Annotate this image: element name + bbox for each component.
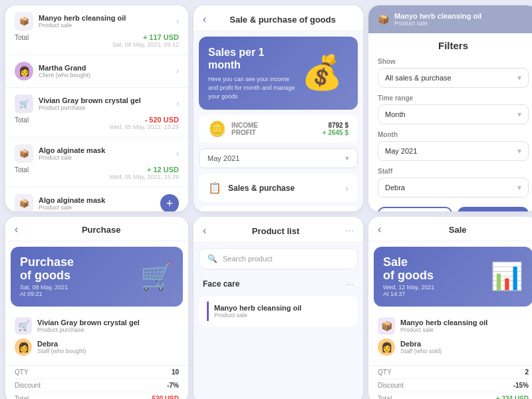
transaction-title: Manyo herb cleansing oil <box>39 14 126 22</box>
apply-button[interactable]: ✓ APPLY <box>458 207 529 211</box>
qty-label: QTY <box>15 368 29 376</box>
back-button[interactable]: ‹ <box>15 223 18 235</box>
transaction-item[interactable]: 📦 Algo alginate mask Product sale + Tota… <box>5 188 188 211</box>
product-list-menu-item[interactable]: 📦 Product list › <box>199 206 358 211</box>
transaction-item[interactable]: 📦 Manyo herb cleansing oil Product sale … <box>5 5 188 55</box>
total-label: Total <box>15 34 29 41</box>
transaction-item[interactable]: 👩 Martha Grand Client (who bought) › <box>5 55 188 88</box>
purchase-header: ‹ Purchase <box>5 217 188 241</box>
cart-icon: 🛒 <box>15 94 33 113</box>
sale-purchase-panel: ‹ Sale & purchase of goods Sales per 1 m… <box>194 5 363 211</box>
purchase-banner: Purchaseof goods Sat, 08 May, 2021At 09:… <box>11 247 183 307</box>
transaction-amount: - 520 USD <box>145 116 179 124</box>
add-transaction-button[interactable]: + <box>160 194 179 211</box>
search-input[interactable]: Search product <box>223 255 349 263</box>
cancel-button[interactable]: ✕ CANCEL <box>378 207 452 211</box>
sale-banner-sub: Wed, 12 May, 2021At 14:37 <box>383 284 434 297</box>
more-options-button[interactable]: ··· <box>345 225 354 237</box>
total-row: Total - 520 USD <box>15 392 179 399</box>
sales-purchase-menu-item[interactable]: 📋 Sales & purchase › <box>199 174 358 202</box>
search-icon: 🔍 <box>207 254 217 263</box>
product-name: Manyo herb cleansing oil <box>400 319 487 327</box>
chevron-right-icon: › <box>176 17 179 26</box>
total-value: + 234 USD <box>496 395 529 399</box>
cart-icon: 🛒 <box>15 317 32 334</box>
purchase-title: Purchase <box>23 225 179 235</box>
filter-actions: ✕ CANCEL ✓ APPLY <box>378 207 529 211</box>
product-icon: 📦 <box>378 317 395 334</box>
category-more-button[interactable]: ··· <box>346 279 354 289</box>
product-icon: 📦 <box>15 144 33 163</box>
month-select[interactable]: May 2021 ▾ <box>378 141 529 161</box>
product-sub: Product sale <box>400 327 487 333</box>
staff-sub: Staff (who bought) <box>37 348 86 354</box>
time-range-select[interactable]: Month ▾ <box>378 104 529 124</box>
transaction-item[interactable]: 🛒 Vivian Gray brown crystal gel Product … <box>5 88 188 138</box>
back-button[interactable]: ‹ <box>203 225 206 237</box>
chevron-right-icon: › <box>176 149 179 158</box>
menu-item-label: Sales & purchase <box>228 184 295 193</box>
total-label: Total <box>15 116 29 124</box>
total-value: - 520 USD <box>148 395 179 399</box>
sale-illustration: 📊 <box>490 261 523 292</box>
staff-label: Staff <box>378 168 529 175</box>
color-bar <box>207 301 209 321</box>
purchase-detail-rows: QTY 10 Discount -7% Total - 520 USD <box>5 366 188 399</box>
income-label: INCOME <box>231 122 258 129</box>
transaction-title: Algo alginate mask <box>39 196 105 204</box>
product-icon: 📦 <box>378 14 389 25</box>
sale-banner: Sales per 1 month Here you can see your … <box>199 37 358 110</box>
chevron-down-icon: ▾ <box>517 73 521 82</box>
show-filter-group: Show All sales & purchase ▾ <box>378 58 529 88</box>
transaction-date: Wed, 05 May, 2021; 15:29 <box>15 174 179 180</box>
category-header: Face care ··· <box>194 275 363 293</box>
month-filter-group: Month May 2021 ▾ <box>378 131 529 161</box>
show-select[interactable]: All sales & purchase ▾ <box>378 68 529 88</box>
profit-label: PROFIT <box>231 129 256 136</box>
time-range-filter-group: Time range Month ▾ <box>378 94 529 124</box>
sale-detail-header: ‹ Sale <box>368 217 532 241</box>
transaction-sub: Product purchase <box>39 104 141 111</box>
income-value: 8792 $ <box>328 122 348 129</box>
sale-header: ‹ Sale & purchase of goods <box>194 5 363 31</box>
chevron-down-icon: ▾ <box>345 154 349 163</box>
product-list-item[interactable]: Manyo herb cleansing oil Product sale <box>199 296 358 327</box>
avatar-icon: 👩 <box>15 62 33 80</box>
staff-value: Debra <box>385 184 405 192</box>
chevron-down-icon: ▾ <box>517 110 521 119</box>
discount-row: Discount -15% <box>378 379 529 392</box>
transaction-sub: Product sale <box>39 22 126 29</box>
transaction-amount: + 117 USD <box>143 33 179 41</box>
chevron-right-icon: › <box>176 66 179 76</box>
total-row: Total + 234 USD <box>378 392 529 399</box>
qty-label: QTY <box>378 368 392 376</box>
chevron-down-icon: ▾ <box>517 183 521 192</box>
back-button[interactable]: ‹ <box>203 13 206 25</box>
transaction-sub: Product sale <box>39 154 105 161</box>
discount-label: Discount <box>15 382 41 389</box>
banner-description: Here you can see your income and profit … <box>208 75 295 100</box>
staff-name: Debra <box>400 340 442 348</box>
purchase-banner-title: Purchaseof goods <box>20 256 74 283</box>
filter-top-title: Manyo herb cleansing oil <box>394 12 481 20</box>
coin-icon: 🪙 <box>208 120 226 138</box>
avatar: 👩 <box>378 338 395 356</box>
filter-top-sub: Product sale <box>394 20 481 27</box>
qty-value: 2 <box>525 368 529 376</box>
purchase-product: 🛒 Vivian Gray brown crystal gel Product … <box>5 312 188 366</box>
transaction-title: Algo alginate mask <box>39 146 105 154</box>
category-name: Face care <box>203 279 239 289</box>
transaction-title: Vivian Gray brown crystal gel <box>39 96 141 104</box>
discount-label: Discount <box>378 382 404 389</box>
total-label: Total <box>15 395 29 399</box>
back-button[interactable]: ‹ <box>378 223 381 235</box>
staff-name: Debra <box>37 340 86 348</box>
staff-select[interactable]: Debra ▾ <box>378 178 529 198</box>
transaction-item[interactable]: 📦 Algo alginate mask Product sale › Tota… <box>5 138 188 188</box>
product-sub: Product purchase <box>37 327 140 333</box>
transaction-title: Martha Grand <box>39 64 90 72</box>
month-select[interactable]: May 2021 ▾ <box>199 148 358 168</box>
product-list-title: Product list <box>211 226 339 236</box>
filters-title: Filters <box>378 40 529 51</box>
qty-row: QTY 2 <box>378 366 529 379</box>
